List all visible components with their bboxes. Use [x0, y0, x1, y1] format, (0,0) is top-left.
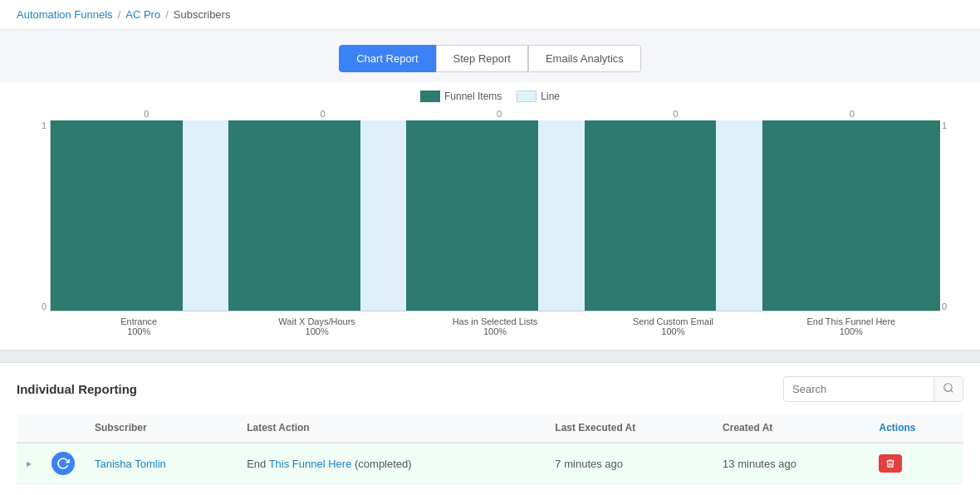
bar-light-0: [183, 120, 229, 311]
breadcrumb-automation-funnels[interactable]: Automation Funnels: [17, 8, 113, 21]
bar-dark-1: [228, 120, 360, 311]
reporting-section: Individual Reporting Subscriber Latest A…: [0, 363, 980, 495]
subscriber-status-icon: [56, 457, 70, 470]
bar-dark-3: [585, 120, 717, 311]
reporting-header: Individual Reporting: [17, 376, 963, 402]
row-created-at: 13 minutes ago: [713, 443, 869, 484]
search-icon: [943, 382, 954, 394]
breadcrumb-subscribers: Subscribers: [174, 8, 231, 21]
th-latest-action: Latest Action: [237, 414, 545, 443]
bar-label-1: Wait X Days/Hours 100%: [228, 316, 405, 336]
breadcrumb-sep-2: /: [165, 8, 169, 21]
y-axis-top: 1: [42, 120, 47, 130]
breadcrumb: Automation Funnels / AC Pro / Subscriber…: [0, 0, 980, 30]
chart-section: Funnel Items Line 0 0 0 0 0 1 0: [0, 82, 980, 350]
subscribers-table: Subscriber Latest Action Last Executed A…: [17, 414, 963, 484]
row-latest-action: End This Funnel Here (completed): [237, 443, 545, 484]
tab-step-report[interactable]: Step Report: [436, 45, 528, 72]
legend-line: Line: [517, 91, 560, 102]
y-axis-bottom: 0: [42, 301, 47, 311]
chart-top-labels: 0 0 0 0 0: [58, 109, 940, 119]
top-label-0: 0: [58, 109, 234, 119]
search-input[interactable]: [784, 378, 933, 400]
section-divider: [0, 350, 980, 363]
row-expand[interactable]: ▸: [17, 443, 42, 484]
tab-bar: Chart Report Step Report Emails Analytic…: [0, 30, 980, 82]
bar-label-0: Entrance 100%: [50, 316, 228, 336]
th-icon: [42, 414, 85, 443]
table-row: ▸ Tanisha Tomlin End This Funnel: [17, 443, 963, 484]
top-label-3: 0: [587, 109, 763, 119]
bar-group-1: [228, 120, 406, 311]
svg-point-0: [944, 384, 952, 391]
breadcrumb-ac-pro[interactable]: AC Pro: [125, 8, 160, 21]
y-axis-right-bottom: 0: [942, 301, 947, 311]
y-axis-right-top: 1: [942, 120, 947, 130]
reporting-title: Individual Reporting: [17, 382, 137, 396]
th-last-executed: Last Executed At: [545, 414, 713, 443]
th-actions: Actions: [869, 414, 963, 443]
bar-dark-2: [406, 120, 538, 311]
top-label-4: 0: [764, 109, 940, 119]
bar-label-2: Has in Selected Lists 100%: [406, 316, 584, 336]
bar-label-4: End This Funnel Here 100%: [762, 316, 940, 336]
top-label-2: 0: [411, 109, 587, 119]
legend-swatch-dark: [420, 91, 440, 102]
tab-emails-analytics[interactable]: Emails Analytics: [528, 45, 641, 72]
top-label-1: 0: [234, 109, 410, 119]
trash-icon: [885, 458, 895, 468]
row-icon-cell: [42, 443, 85, 484]
bar-light-3: [716, 120, 762, 311]
bar-label-3: Send Custom Email 100%: [584, 316, 762, 336]
breadcrumb-sep-1: /: [118, 8, 121, 21]
chart-bars-container: [50, 120, 940, 311]
bar-light-2: [538, 120, 585, 311]
legend-swatch-light: [517, 91, 537, 102]
chart-wrapper: 0 0 0 0 0 1 0: [17, 109, 963, 333]
row-last-executed: 7 minutes ago: [545, 443, 713, 484]
th-created-at: Created At: [713, 414, 869, 443]
chart-bar-labels: Entrance 100% Wait X Days/Hours 100% Has…: [50, 316, 940, 336]
search-box: [783, 376, 963, 402]
bar-group-4: [762, 120, 940, 311]
row-actions: [869, 443, 963, 484]
bar-group-0: [51, 120, 228, 311]
delete-button[interactable]: [879, 454, 902, 473]
table-header-row: Subscriber Latest Action Last Executed A…: [17, 414, 963, 443]
tab-chart-report[interactable]: Chart Report: [339, 45, 435, 72]
legend-line-label: Line: [541, 91, 560, 102]
legend-funnel-items: Funnel Items: [420, 91, 502, 102]
bar-dark-0: [51, 120, 183, 311]
legend-funnel-label: Funnel Items: [444, 91, 502, 102]
subscriber-avatar: [51, 452, 75, 475]
row-subscriber-name: Tanisha Tomlin: [85, 443, 237, 484]
chart-legend: Funnel Items Line: [17, 91, 963, 102]
bar-group-2: [406, 120, 584, 311]
th-expand: [17, 414, 42, 443]
svg-line-1: [951, 390, 953, 393]
th-subscriber: Subscriber: [85, 414, 237, 443]
bar-group-3: [585, 120, 762, 311]
bar-dark-4: [762, 120, 940, 311]
bar-light-1: [360, 120, 407, 311]
search-button[interactable]: [933, 377, 963, 401]
